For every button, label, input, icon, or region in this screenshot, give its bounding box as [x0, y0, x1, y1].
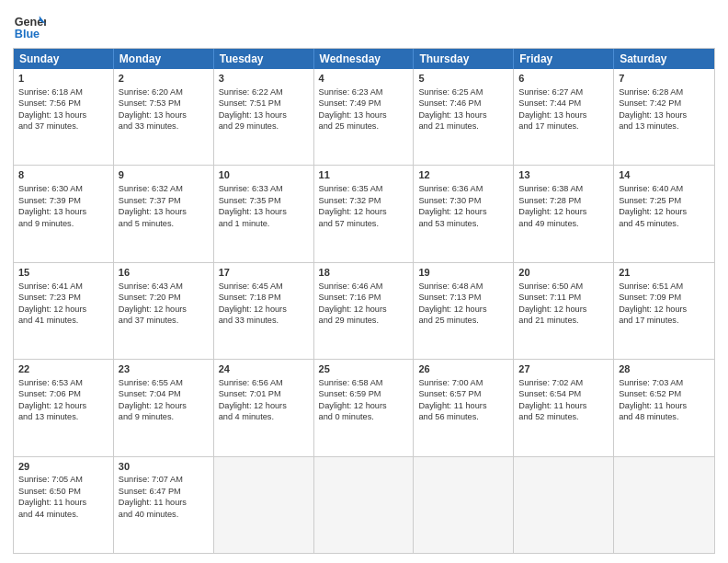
- day-info-line: and 44 minutes.: [18, 509, 108, 520]
- calendar-row-1: 8Sunrise: 6:30 AMSunset: 7:39 PMDaylight…: [14, 165, 714, 261]
- day-info-line: Sunrise: 7:07 AM: [119, 474, 209, 485]
- day-info-line: and 17 minutes.: [619, 315, 710, 326]
- day-info-line: Sunrise: 6:36 AM: [418, 183, 508, 194]
- header-day-thursday: Thursday: [414, 49, 514, 69]
- day-info-line: Sunrise: 6:55 AM: [119, 377, 209, 388]
- day-info-line: Sunrise: 6:46 AM: [319, 281, 409, 292]
- day-info-line: Sunset: 7:06 PM: [18, 388, 108, 399]
- day-info-line: Sunrise: 6:48 AM: [418, 281, 508, 292]
- day-info-line: and 53 minutes.: [418, 218, 508, 229]
- day-number: 9: [119, 168, 209, 182]
- calendar-cell: 7Sunrise: 6:28 AMSunset: 7:42 PMDaylight…: [614, 69, 714, 165]
- day-info-line: and 17 minutes.: [518, 121, 609, 132]
- day-info-line: Sunset: 7:04 PM: [119, 388, 209, 399]
- day-info-line: Daylight: 11 hours: [18, 497, 108, 508]
- day-info-line: Sunset: 7:51 PM: [219, 98, 309, 109]
- day-info-line: Sunset: 7:56 PM: [18, 98, 108, 109]
- day-info-line: Daylight: 13 hours: [319, 109, 409, 121]
- calendar-cell: 23Sunrise: 6:55 AMSunset: 7:04 PMDayligh…: [114, 360, 214, 455]
- calendar-cell: 24Sunrise: 6:56 AMSunset: 7:01 PMDayligh…: [214, 360, 314, 455]
- day-info-line: Daylight: 13 hours: [119, 109, 209, 121]
- day-info-line: Sunset: 7:32 PM: [319, 195, 409, 206]
- day-info-line: Sunset: 7:18 PM: [219, 292, 309, 303]
- day-number: 17: [219, 266, 309, 280]
- day-info-line: and 41 minutes.: [18, 315, 108, 326]
- calendar-row-0: 1Sunrise: 6:18 AMSunset: 7:56 PMDaylight…: [14, 69, 714, 165]
- day-info-line: Daylight: 12 hours: [518, 206, 609, 217]
- day-number: 4: [319, 72, 409, 86]
- calendar-cell: 10Sunrise: 6:33 AMSunset: 7:35 PMDayligh…: [214, 166, 314, 261]
- day-info-line: Sunrise: 6:58 AM: [319, 377, 409, 388]
- day-number: 1: [18, 72, 108, 86]
- calendar-cell: 1Sunrise: 6:18 AMSunset: 7:56 PMDaylight…: [14, 69, 114, 165]
- svg-text:Blue: Blue: [15, 28, 40, 40]
- calendar-cell: 29Sunrise: 7:05 AMSunset: 6:50 PMDayligh…: [14, 457, 114, 553]
- day-info-line: and 13 minutes.: [619, 121, 710, 132]
- day-info-line: and 1 minute.: [219, 218, 309, 229]
- day-info-line: Daylight: 12 hours: [619, 206, 710, 217]
- day-info-line: Sunrise: 6:38 AM: [518, 183, 609, 194]
- day-number: 2: [119, 72, 209, 86]
- day-info-line: and 9 minutes.: [119, 411, 209, 422]
- day-info-line: and 21 minutes.: [418, 121, 508, 132]
- day-info-line: Daylight: 11 hours: [518, 400, 609, 411]
- day-info-line: Sunset: 7:53 PM: [119, 98, 209, 109]
- day-info-line: and 29 minutes.: [219, 121, 309, 132]
- calendar-cell: 28Sunrise: 7:03 AMSunset: 6:52 PMDayligh…: [614, 360, 714, 455]
- day-info-line: and 5 minutes.: [119, 218, 209, 229]
- calendar-cell: 8Sunrise: 6:30 AMSunset: 7:39 PMDaylight…: [14, 166, 114, 261]
- day-info-line: Sunset: 7:37 PM: [119, 195, 209, 206]
- day-info-line: and 57 minutes.: [319, 218, 409, 229]
- day-info-line: Sunrise: 6:28 AM: [619, 86, 710, 98]
- day-info-line: Sunset: 7:44 PM: [518, 98, 609, 109]
- day-info-line: and 37 minutes.: [18, 121, 108, 132]
- day-info-line: Sunset: 7:39 PM: [18, 195, 108, 206]
- day-info-line: and 21 minutes.: [518, 315, 609, 326]
- day-number: 22: [18, 362, 108, 376]
- header-day-sunday: Sunday: [14, 49, 114, 69]
- calendar-cell: 14Sunrise: 6:40 AMSunset: 7:25 PMDayligh…: [614, 166, 714, 261]
- day-info-line: Sunset: 7:35 PM: [219, 195, 309, 206]
- day-info-line: Daylight: 13 hours: [18, 206, 108, 217]
- day-number: 3: [219, 72, 309, 86]
- calendar-cell: 11Sunrise: 6:35 AMSunset: 7:32 PMDayligh…: [314, 166, 415, 261]
- calendar-cell: 3Sunrise: 6:22 AMSunset: 7:51 PMDaylight…: [214, 69, 314, 165]
- calendar-cell: [614, 457, 714, 553]
- day-info-line: Sunrise: 6:53 AM: [18, 377, 108, 388]
- day-info-line: Sunset: 6:50 PM: [18, 486, 108, 497]
- calendar: SundayMondayTuesdayWednesdayThursdayFrid…: [13, 48, 715, 554]
- day-number: 20: [518, 266, 609, 280]
- day-number: 23: [119, 362, 209, 376]
- day-number: 14: [619, 168, 710, 182]
- day-number: 7: [619, 72, 710, 86]
- day-info-line: Sunrise: 7:03 AM: [619, 377, 710, 388]
- day-info-line: and 4 minutes.: [219, 411, 309, 422]
- day-info-line: Sunrise: 6:30 AM: [18, 183, 108, 194]
- day-number: 8: [18, 168, 108, 182]
- calendar-cell: [414, 457, 514, 553]
- calendar-cell: 20Sunrise: 6:50 AMSunset: 7:11 PMDayligh…: [514, 263, 614, 359]
- day-info-line: and 29 minutes.: [319, 315, 409, 326]
- day-info-line: and 25 minutes.: [319, 121, 409, 132]
- calendar-cell: 19Sunrise: 6:48 AMSunset: 7:13 PMDayligh…: [414, 263, 514, 359]
- day-number: 15: [18, 266, 108, 280]
- day-info-line: Daylight: 12 hours: [119, 304, 209, 315]
- day-info-line: Sunset: 7:16 PM: [319, 292, 409, 303]
- day-info-line: Sunset: 7:23 PM: [18, 292, 108, 303]
- day-number: 16: [119, 266, 209, 280]
- day-info-line: Daylight: 13 hours: [119, 206, 209, 217]
- day-info-line: Daylight: 12 hours: [619, 304, 710, 315]
- calendar-cell: 30Sunrise: 7:07 AMSunset: 6:47 PMDayligh…: [114, 457, 214, 553]
- calendar-cell: 16Sunrise: 6:43 AMSunset: 7:20 PMDayligh…: [114, 263, 214, 359]
- day-number: 18: [319, 266, 409, 280]
- calendar-cell: 15Sunrise: 6:41 AMSunset: 7:23 PMDayligh…: [14, 263, 114, 359]
- day-info-line: Daylight: 13 hours: [219, 206, 309, 217]
- day-info-line: and 52 minutes.: [518, 411, 609, 422]
- calendar-cell: 18Sunrise: 6:46 AMSunset: 7:16 PMDayligh…: [314, 263, 415, 359]
- calendar-cell: 25Sunrise: 6:58 AMSunset: 6:59 PMDayligh…: [314, 360, 415, 455]
- day-number: 27: [518, 362, 609, 376]
- day-info-line: Daylight: 12 hours: [219, 304, 309, 315]
- day-info-line: Sunrise: 6:56 AM: [219, 377, 309, 388]
- day-info-line: and 40 minutes.: [119, 509, 209, 520]
- calendar-cell: [514, 457, 614, 553]
